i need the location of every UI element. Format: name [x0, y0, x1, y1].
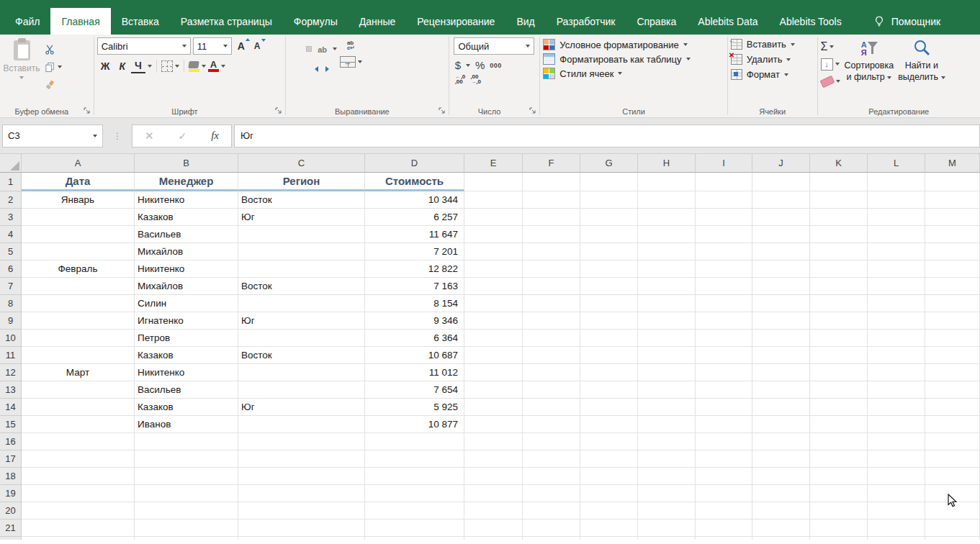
- cell-E4[interactable]: [464, 226, 523, 243]
- cell-K21[interactable]: [810, 520, 868, 537]
- cell-A18[interactable]: [22, 468, 135, 485]
- cell-F22[interactable]: [523, 537, 580, 540]
- cell-B19[interactable]: [135, 485, 238, 502]
- cell-E12[interactable]: [464, 364, 523, 381]
- cell-M17[interactable]: [925, 450, 980, 468]
- cell-A21[interactable]: [22, 520, 135, 537]
- cell-A2[interactable]: Январь: [22, 191, 135, 209]
- cell-B11[interactable]: Казаков: [135, 347, 238, 364]
- clear-button[interactable]: [821, 74, 840, 89]
- cell-M13[interactable]: [925, 381, 980, 399]
- formula-bar-resize-handle[interactable]: ⋮: [113, 131, 122, 141]
- align-middle-button[interactable]: [297, 46, 303, 52]
- cell-E8[interactable]: [464, 295, 523, 312]
- cell-H18[interactable]: [638, 468, 696, 485]
- cell-J13[interactable]: [752, 381, 810, 399]
- fill-color-button[interactable]: [189, 61, 206, 72]
- cell-D19[interactable]: [365, 485, 464, 502]
- cell-H10[interactable]: [638, 330, 696, 347]
- cell-K19[interactable]: [810, 485, 868, 502]
- row-header-20[interactable]: 20: [0, 502, 22, 520]
- col-header-D[interactable]: D: [365, 154, 464, 173]
- insert-function-button[interactable]: fx: [211, 130, 219, 142]
- cell-H13[interactable]: [638, 381, 696, 399]
- cell-B20[interactable]: [135, 502, 238, 520]
- cell-L21[interactable]: [868, 520, 925, 537]
- cell-B21[interactable]: [135, 520, 238, 537]
- cell-M14[interactable]: [925, 399, 980, 416]
- cell-F11[interactable]: [523, 347, 580, 364]
- cell-J12[interactable]: [752, 364, 810, 381]
- cell-E14[interactable]: [464, 399, 523, 416]
- cell-B17[interactable]: [135, 450, 238, 468]
- cell-L22[interactable]: [868, 537, 925, 540]
- cell-G20[interactable]: [580, 502, 638, 520]
- cell-K7[interactable]: [810, 278, 868, 295]
- cell-L17[interactable]: [868, 450, 925, 468]
- format-as-table-button[interactable]: Форматировать как таблицу: [543, 53, 724, 65]
- cell-K5[interactable]: [810, 243, 868, 260]
- cell-M22[interactable]: [925, 537, 980, 540]
- cell-E3[interactable]: [464, 209, 523, 226]
- cell-M18[interactable]: [925, 468, 980, 485]
- cell-G8[interactable]: [580, 295, 638, 312]
- tab-review[interactable]: Рецензирование: [406, 8, 505, 35]
- cell-G7[interactable]: [580, 278, 638, 295]
- cell-M6[interactable]: [925, 260, 980, 278]
- cell-F10[interactable]: [523, 330, 580, 347]
- cell-M1[interactable]: [925, 173, 980, 191]
- cell-L13[interactable]: [868, 381, 925, 399]
- cell-F12[interactable]: [523, 364, 580, 381]
- cell-I13[interactable]: [696, 381, 752, 399]
- cell-L6[interactable]: [868, 260, 925, 278]
- cell-J5[interactable]: [752, 243, 810, 260]
- cell-B14[interactable]: Казаков: [135, 399, 238, 416]
- cell-L20[interactable]: [868, 502, 925, 520]
- cell-F4[interactable]: [523, 226, 580, 243]
- cell-J17[interactable]: [752, 450, 810, 468]
- cell-B15[interactable]: Иванов: [135, 416, 238, 433]
- col-header-J[interactable]: J: [752, 154, 810, 173]
- cell-F20[interactable]: [523, 502, 580, 520]
- cell-A22[interactable]: [22, 537, 135, 540]
- col-header-M[interactable]: M: [925, 154, 980, 173]
- cell-G9[interactable]: [580, 312, 638, 330]
- cell-A7[interactable]: [22, 278, 135, 295]
- cell-C16[interactable]: [238, 433, 365, 450]
- underline-button[interactable]: Ч: [131, 59, 145, 73]
- cell-K22[interactable]: [810, 537, 868, 540]
- col-header-F[interactable]: F: [523, 154, 580, 173]
- cell-I10[interactable]: [696, 330, 752, 347]
- cell-E18[interactable]: [464, 468, 523, 485]
- cell-M19[interactable]: [925, 485, 980, 502]
- cell-B22[interactable]: [135, 537, 238, 540]
- row-header-8[interactable]: 8: [0, 295, 22, 312]
- cell-L15[interactable]: [868, 416, 925, 433]
- cell-J9[interactable]: [752, 312, 810, 330]
- cell-F7[interactable]: [523, 278, 580, 295]
- cell-B7[interactable]: Михайлов: [135, 278, 238, 295]
- borders-button[interactable]: [161, 60, 179, 72]
- cell-H16[interactable]: [638, 433, 696, 450]
- cell-M8[interactable]: [925, 295, 980, 312]
- enter-button[interactable]: ✓: [179, 130, 187, 142]
- col-header-G[interactable]: G: [580, 154, 638, 173]
- cell-H12[interactable]: [638, 364, 696, 381]
- cell-H11[interactable]: [638, 347, 696, 364]
- cell-A19[interactable]: [22, 485, 135, 502]
- cell-E2[interactable]: [464, 191, 523, 209]
- cell-I21[interactable]: [696, 520, 752, 537]
- cell-L9[interactable]: [868, 312, 925, 330]
- col-header-H[interactable]: H: [638, 154, 696, 173]
- cell-J4[interactable]: [752, 226, 810, 243]
- cell-B18[interactable]: [135, 468, 238, 485]
- cell-E17[interactable]: [464, 450, 523, 468]
- cell-C14[interactable]: Юг: [238, 399, 365, 416]
- cell-G17[interactable]: [580, 450, 638, 468]
- cell-G21[interactable]: [580, 520, 638, 537]
- format-cells-button[interactable]: Формат: [731, 69, 814, 80]
- cell-E15[interactable]: [464, 416, 523, 433]
- cell-I16[interactable]: [696, 433, 752, 450]
- cell-G14[interactable]: [580, 399, 638, 416]
- currency-button[interactable]: $: [455, 59, 461, 71]
